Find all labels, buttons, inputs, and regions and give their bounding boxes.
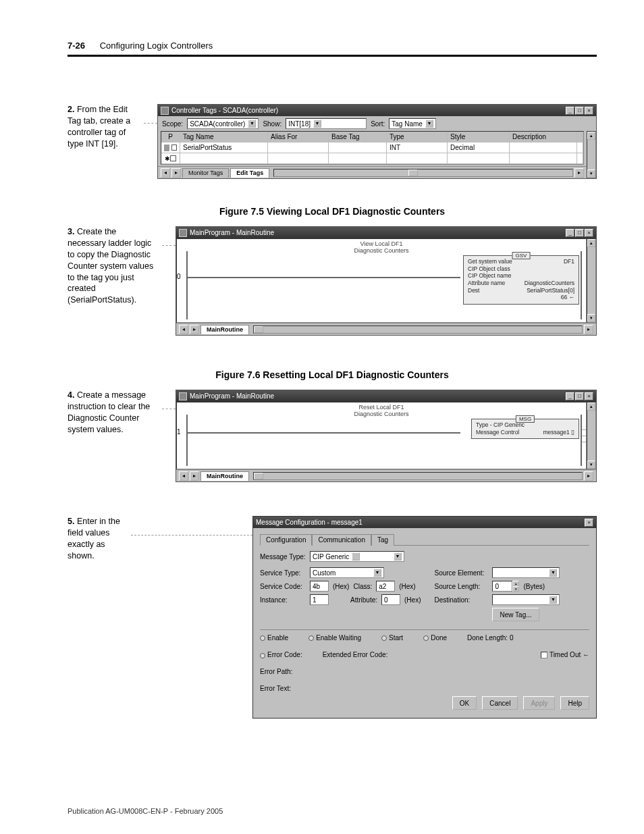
step-3-text: 3. Create the necessary ladder logic to … <box>68 226 162 306</box>
scope-dropdown[interactable]: SCADA(controller)▼ <box>187 118 259 129</box>
maximize-button[interactable]: □ <box>575 229 584 237</box>
status-enable-waiting: Enable Waiting <box>316 634 361 642</box>
message-type-label: Message Type: <box>260 553 306 561</box>
instance-input[interactable]: 1 <box>310 594 329 605</box>
timed-out-checkbox[interactable] <box>541 652 547 658</box>
scroll-right-button[interactable]: ▸ <box>190 325 199 334</box>
source-length-spinner[interactable]: 0 ▴▾ <box>492 581 519 592</box>
col-alias[interactable]: Alias For <box>268 132 329 142</box>
minimize-button[interactable]: _ <box>566 229 574 237</box>
cell-tagname[interactable]: SerialPortStatus <box>180 142 268 153</box>
minimize-button[interactable]: _ <box>566 392 574 400</box>
table-row[interactable]: SerialPortStatus INT Decimal <box>161 142 583 153</box>
section-title: Configuring Logix Controllers <box>100 41 213 51</box>
app-icon <box>161 107 169 115</box>
attribute-input[interactable]: 0 <box>381 594 400 605</box>
service-type-dropdown[interactable]: Custom▼ <box>310 567 384 578</box>
leader-line <box>144 123 157 124</box>
show-dropdown[interactable]: INT[18]▼ <box>286 118 367 129</box>
msg-instruction[interactable]: MSG Type - CIP Generic Message Controlme… <box>471 419 579 439</box>
scroll-up-icon[interactable]: ▴ <box>587 132 595 140</box>
checkbox[interactable] <box>170 155 176 161</box>
tab-mainroutine[interactable]: MainRoutine <box>200 471 249 481</box>
done-length: Done Length: 0 <box>467 634 513 642</box>
checkbox[interactable] <box>171 145 177 151</box>
titlebar[interactable]: MainProgram - MainRoutine _ □ × <box>176 227 596 238</box>
scroll-down-icon[interactable]: ▾ <box>587 461 595 469</box>
close-button[interactable]: × <box>585 519 593 527</box>
close-button[interactable]: × <box>585 107 593 115</box>
tab-mainroutine[interactable]: MainRoutine <box>200 325 249 334</box>
scroll-right-end-button[interactable]: ▸ <box>584 325 593 334</box>
titlebar[interactable]: Controller Tags - SCADA(controller) _ □ … <box>158 105 596 116</box>
col-style[interactable]: Style <box>448 132 510 142</box>
source-element-dropdown[interactable]: ▼ <box>492 567 560 578</box>
scroll-right-button[interactable]: ▸ <box>190 471 199 481</box>
col-base[interactable]: Base Tag <box>329 132 387 142</box>
minimize-button[interactable]: _ <box>566 107 574 115</box>
apply-button[interactable]: Apply <box>523 696 555 710</box>
titlebar[interactable]: MainProgram - MainRoutine _ □ × <box>176 390 596 402</box>
class-input[interactable]: a2 <box>376 581 395 592</box>
scroll-right-end-button[interactable]: ▸ <box>584 471 593 481</box>
new-tag-button[interactable]: New Tag... <box>492 608 539 621</box>
scroll-right-button[interactable]: ▸ <box>171 168 181 178</box>
grid-header: P Tag Name Alias For Base Tag Type Style… <box>161 132 583 142</box>
maximize-button[interactable]: □ <box>575 107 584 115</box>
ladder-canvas[interactable]: View Local DF1Diagnostic Counters 0 GSV … <box>176 238 587 323</box>
destination-dropdown[interactable]: ▼ <box>492 594 560 605</box>
vertical-scrollbar[interactable]: ▴ ▾ <box>587 238 596 323</box>
tab-configuration[interactable]: Configuration <box>260 534 312 546</box>
cell-style[interactable]: Decimal <box>448 142 510 153</box>
ladder-canvas[interactable]: Reset Local DF1Diagnostic Counters 1 MSG… <box>176 402 587 469</box>
help-button[interactable]: Help <box>560 696 589 710</box>
close-button[interactable]: × <box>585 229 593 237</box>
message-type-dropdown[interactable]: CIP GenericCIP Generic▼ <box>310 551 404 562</box>
horizontal-scrollbar[interactable] <box>273 169 573 177</box>
status-enable: Enable <box>267 634 288 642</box>
vertical-scrollbar[interactable]: ▴ ▾ <box>587 131 596 178</box>
col-tagname[interactable]: Tag Name <box>180 132 268 142</box>
scroll-left-button[interactable]: ◂ <box>179 471 188 481</box>
tab-edit[interactable]: Edit Tags <box>230 168 269 178</box>
scroll-right-end-button[interactable]: ▸ <box>574 168 584 178</box>
sort-label: Sort: <box>371 120 385 128</box>
col-type[interactable]: Type <box>387 132 448 142</box>
scroll-up-icon[interactable]: ▴ <box>587 402 595 411</box>
led-icon <box>423 635 429 641</box>
titlebar[interactable]: Message Configuration - message1 × <box>253 517 596 528</box>
col-p[interactable]: P <box>161 132 180 142</box>
scroll-down-icon[interactable]: ▾ <box>587 170 595 178</box>
timed-out-label: Timed Out ← <box>549 651 589 658</box>
service-code-input[interactable]: 4b <box>310 581 329 592</box>
scroll-down-icon[interactable]: ▾ <box>587 314 595 322</box>
tab-communication[interactable]: Communication <box>312 534 371 546</box>
figure-7-5-title: Figure 7.5 Viewing Local DF1 Diagnostic … <box>68 206 597 217</box>
led-icon <box>308 635 314 641</box>
ok-button[interactable]: OK <box>452 696 477 710</box>
cell-alias[interactable] <box>268 142 329 153</box>
scroll-left-button[interactable]: ◂ <box>179 325 188 334</box>
horizontal-scrollbar[interactable] <box>253 325 583 334</box>
controller-tags-window: Controller Tags - SCADA(controller) _ □ … <box>157 104 597 179</box>
cell-desc[interactable] <box>510 142 577 153</box>
cell-type[interactable]: INT <box>387 142 448 153</box>
col-spacer <box>577 132 583 142</box>
horizontal-scrollbar[interactable] <box>253 472 583 480</box>
cell-base[interactable] <box>329 142 387 153</box>
vertical-scrollbar[interactable]: ▴ ▾ <box>587 402 596 469</box>
close-button[interactable]: × <box>585 392 593 400</box>
cancel-button[interactable]: Cancel <box>482 696 518 710</box>
table-row[interactable]: ✱ <box>161 153 583 164</box>
tab-tag[interactable]: Tag <box>371 534 394 546</box>
chevron-down-icon: ▼ <box>248 120 256 128</box>
window-title: MainProgram - MainRoutine <box>190 392 566 400</box>
maximize-button[interactable]: □ <box>575 392 584 400</box>
sort-dropdown[interactable]: Tag Name▼ <box>389 118 436 129</box>
tab-monitor[interactable]: Monitor Tags <box>182 168 229 178</box>
gsv-instruction[interactable]: GSV Get system valueDF1 CIP Object class… <box>463 255 579 305</box>
rung-number: 1 <box>177 428 181 436</box>
col-desc[interactable]: Description <box>510 132 577 142</box>
scroll-left-button[interactable]: ◂ <box>161 168 170 178</box>
scroll-up-icon[interactable]: ▴ <box>587 239 595 247</box>
